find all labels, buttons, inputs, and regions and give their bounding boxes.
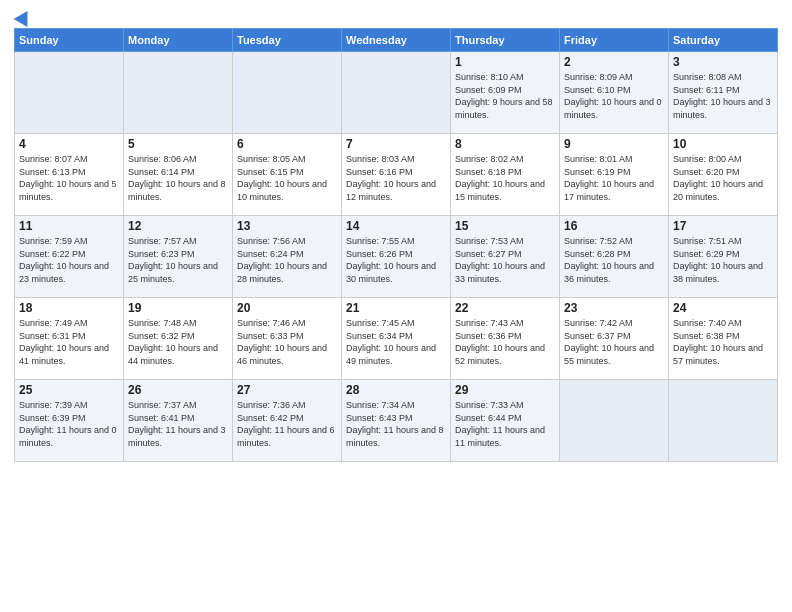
table-row: 6Sunrise: 8:05 AM Sunset: 6:15 PM Daylig… xyxy=(233,134,342,216)
table-row: 15Sunrise: 7:53 AM Sunset: 6:27 PM Dayli… xyxy=(451,216,560,298)
calendar-day-header: Sunday xyxy=(15,29,124,52)
day-info: Sunrise: 8:07 AM Sunset: 6:13 PM Dayligh… xyxy=(19,153,119,203)
day-info: Sunrise: 7:55 AM Sunset: 6:26 PM Dayligh… xyxy=(346,235,446,285)
day-info: Sunrise: 7:53 AM Sunset: 6:27 PM Dayligh… xyxy=(455,235,555,285)
day-info: Sunrise: 7:36 AM Sunset: 6:42 PM Dayligh… xyxy=(237,399,337,449)
calendar-day-header: Thursday xyxy=(451,29,560,52)
day-info: Sunrise: 7:37 AM Sunset: 6:41 PM Dayligh… xyxy=(128,399,228,449)
day-info: Sunrise: 7:39 AM Sunset: 6:39 PM Dayligh… xyxy=(19,399,119,449)
table-row: 3Sunrise: 8:08 AM Sunset: 6:11 PM Daylig… xyxy=(669,52,778,134)
table-row xyxy=(124,52,233,134)
day-info: Sunrise: 7:52 AM Sunset: 6:28 PM Dayligh… xyxy=(564,235,664,285)
table-row: 4Sunrise: 8:07 AM Sunset: 6:13 PM Daylig… xyxy=(15,134,124,216)
logo-triangle-icon xyxy=(14,7,35,27)
day-number: 19 xyxy=(128,301,228,315)
table-row: 20Sunrise: 7:46 AM Sunset: 6:33 PM Dayli… xyxy=(233,298,342,380)
table-row: 22Sunrise: 7:43 AM Sunset: 6:36 PM Dayli… xyxy=(451,298,560,380)
table-row xyxy=(233,52,342,134)
day-number: 18 xyxy=(19,301,119,315)
day-info: Sunrise: 7:34 AM Sunset: 6:43 PM Dayligh… xyxy=(346,399,446,449)
day-info: Sunrise: 7:56 AM Sunset: 6:24 PM Dayligh… xyxy=(237,235,337,285)
table-row xyxy=(669,380,778,462)
calendar-week-row: 11Sunrise: 7:59 AM Sunset: 6:22 PM Dayli… xyxy=(15,216,778,298)
day-number: 14 xyxy=(346,219,446,233)
table-row: 13Sunrise: 7:56 AM Sunset: 6:24 PM Dayli… xyxy=(233,216,342,298)
table-row xyxy=(560,380,669,462)
day-number: 4 xyxy=(19,137,119,151)
day-number: 17 xyxy=(673,219,773,233)
day-info: Sunrise: 7:45 AM Sunset: 6:34 PM Dayligh… xyxy=(346,317,446,367)
calendar-day-header: Tuesday xyxy=(233,29,342,52)
day-info: Sunrise: 7:43 AM Sunset: 6:36 PM Dayligh… xyxy=(455,317,555,367)
table-row: 12Sunrise: 7:57 AM Sunset: 6:23 PM Dayli… xyxy=(124,216,233,298)
day-info: Sunrise: 8:08 AM Sunset: 6:11 PM Dayligh… xyxy=(673,71,773,121)
table-row: 21Sunrise: 7:45 AM Sunset: 6:34 PM Dayli… xyxy=(342,298,451,380)
table-row: 28Sunrise: 7:34 AM Sunset: 6:43 PM Dayli… xyxy=(342,380,451,462)
day-info: Sunrise: 7:42 AM Sunset: 6:37 PM Dayligh… xyxy=(564,317,664,367)
day-info: Sunrise: 8:02 AM Sunset: 6:18 PM Dayligh… xyxy=(455,153,555,203)
calendar-day-header: Saturday xyxy=(669,29,778,52)
day-number: 15 xyxy=(455,219,555,233)
day-number: 23 xyxy=(564,301,664,315)
day-info: Sunrise: 8:09 AM Sunset: 6:10 PM Dayligh… xyxy=(564,71,664,121)
calendar-week-row: 25Sunrise: 7:39 AM Sunset: 6:39 PM Dayli… xyxy=(15,380,778,462)
day-number: 27 xyxy=(237,383,337,397)
calendar-table: SundayMondayTuesdayWednesdayThursdayFrid… xyxy=(14,28,778,462)
day-number: 25 xyxy=(19,383,119,397)
calendar-header-row: SundayMondayTuesdayWednesdayThursdayFrid… xyxy=(15,29,778,52)
table-row xyxy=(342,52,451,134)
table-row: 16Sunrise: 7:52 AM Sunset: 6:28 PM Dayli… xyxy=(560,216,669,298)
day-number: 2 xyxy=(564,55,664,69)
calendar-day-header: Monday xyxy=(124,29,233,52)
table-row: 11Sunrise: 7:59 AM Sunset: 6:22 PM Dayli… xyxy=(15,216,124,298)
day-number: 13 xyxy=(237,219,337,233)
day-info: Sunrise: 7:48 AM Sunset: 6:32 PM Dayligh… xyxy=(128,317,228,367)
day-info: Sunrise: 7:46 AM Sunset: 6:33 PM Dayligh… xyxy=(237,317,337,367)
day-info: Sunrise: 8:10 AM Sunset: 6:09 PM Dayligh… xyxy=(455,71,555,121)
day-info: Sunrise: 7:33 AM Sunset: 6:44 PM Dayligh… xyxy=(455,399,555,449)
day-number: 6 xyxy=(237,137,337,151)
table-row: 25Sunrise: 7:39 AM Sunset: 6:39 PM Dayli… xyxy=(15,380,124,462)
day-number: 26 xyxy=(128,383,228,397)
table-row: 2Sunrise: 8:09 AM Sunset: 6:10 PM Daylig… xyxy=(560,52,669,134)
day-number: 21 xyxy=(346,301,446,315)
day-number: 8 xyxy=(455,137,555,151)
day-number: 5 xyxy=(128,137,228,151)
day-number: 12 xyxy=(128,219,228,233)
calendar-week-row: 18Sunrise: 7:49 AM Sunset: 6:31 PM Dayli… xyxy=(15,298,778,380)
day-info: Sunrise: 8:03 AM Sunset: 6:16 PM Dayligh… xyxy=(346,153,446,203)
table-row: 5Sunrise: 8:06 AM Sunset: 6:14 PM Daylig… xyxy=(124,134,233,216)
table-row: 18Sunrise: 7:49 AM Sunset: 6:31 PM Dayli… xyxy=(15,298,124,380)
table-row: 8Sunrise: 8:02 AM Sunset: 6:18 PM Daylig… xyxy=(451,134,560,216)
table-row: 26Sunrise: 7:37 AM Sunset: 6:41 PM Dayli… xyxy=(124,380,233,462)
day-number: 7 xyxy=(346,137,446,151)
day-number: 3 xyxy=(673,55,773,69)
table-row: 9Sunrise: 8:01 AM Sunset: 6:19 PM Daylig… xyxy=(560,134,669,216)
table-row: 27Sunrise: 7:36 AM Sunset: 6:42 PM Dayli… xyxy=(233,380,342,462)
table-row: 29Sunrise: 7:33 AM Sunset: 6:44 PM Dayli… xyxy=(451,380,560,462)
day-info: Sunrise: 8:06 AM Sunset: 6:14 PM Dayligh… xyxy=(128,153,228,203)
calendar-day-header: Wednesday xyxy=(342,29,451,52)
day-info: Sunrise: 7:40 AM Sunset: 6:38 PM Dayligh… xyxy=(673,317,773,367)
day-number: 1 xyxy=(455,55,555,69)
table-row: 1Sunrise: 8:10 AM Sunset: 6:09 PM Daylig… xyxy=(451,52,560,134)
table-row: 10Sunrise: 8:00 AM Sunset: 6:20 PM Dayli… xyxy=(669,134,778,216)
calendar-week-row: 1Sunrise: 8:10 AM Sunset: 6:09 PM Daylig… xyxy=(15,52,778,134)
day-number: 10 xyxy=(673,137,773,151)
day-info: Sunrise: 8:01 AM Sunset: 6:19 PM Dayligh… xyxy=(564,153,664,203)
page-header xyxy=(14,10,778,22)
day-number: 20 xyxy=(237,301,337,315)
day-number: 28 xyxy=(346,383,446,397)
day-info: Sunrise: 7:49 AM Sunset: 6:31 PM Dayligh… xyxy=(19,317,119,367)
table-row: 17Sunrise: 7:51 AM Sunset: 6:29 PM Dayli… xyxy=(669,216,778,298)
day-number: 11 xyxy=(19,219,119,233)
day-info: Sunrise: 7:51 AM Sunset: 6:29 PM Dayligh… xyxy=(673,235,773,285)
table-row: 7Sunrise: 8:03 AM Sunset: 6:16 PM Daylig… xyxy=(342,134,451,216)
table-row: 14Sunrise: 7:55 AM Sunset: 6:26 PM Dayli… xyxy=(342,216,451,298)
day-info: Sunrise: 8:00 AM Sunset: 6:20 PM Dayligh… xyxy=(673,153,773,203)
day-info: Sunrise: 8:05 AM Sunset: 6:15 PM Dayligh… xyxy=(237,153,337,203)
day-number: 16 xyxy=(564,219,664,233)
day-number: 29 xyxy=(455,383,555,397)
day-info: Sunrise: 7:59 AM Sunset: 6:22 PM Dayligh… xyxy=(19,235,119,285)
calendar-week-row: 4Sunrise: 8:07 AM Sunset: 6:13 PM Daylig… xyxy=(15,134,778,216)
